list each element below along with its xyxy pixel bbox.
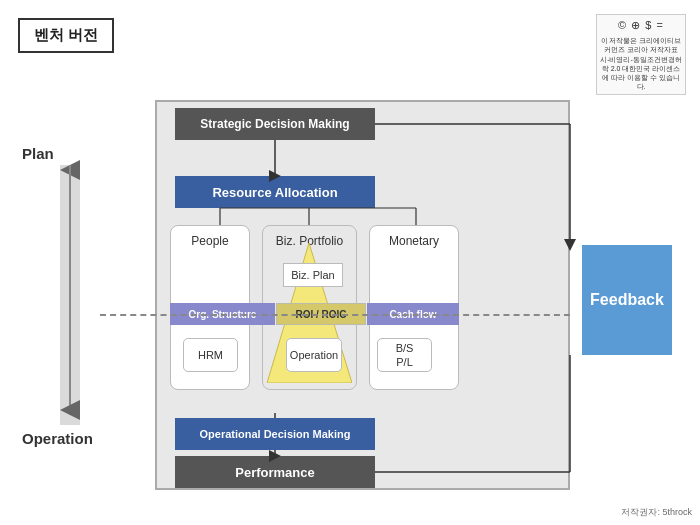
cc-text: 이 저작물은 크리에이티브 커먼즈 코리아 저작자표시-비영리-동일조건변경허락…: [600, 36, 682, 91]
dashed-divider-line: [100, 314, 570, 316]
title-badge: 벤처 버전: [18, 18, 114, 53]
bs-pl-box: B/S P/L: [377, 338, 432, 372]
performance-box: Performance: [175, 456, 375, 488]
bs-pl-label: B/S P/L: [396, 341, 414, 370]
cc-icons: © ⊕ $ =: [600, 18, 682, 33]
plan-operation-arrow: [55, 155, 85, 425]
hrm-box: HRM: [183, 338, 238, 372]
biz-plan-box: Biz. Plan: [283, 263, 343, 287]
operation-label: Operation: [22, 430, 93, 447]
feedback-box: Feedback: [582, 245, 672, 355]
strategic-decision-making-box: Strategic Decision Making: [175, 108, 375, 140]
cc-badge: © ⊕ $ = 이 저작물은 크리에이티브 커먼즈 코리아 저작자표시-비영리-…: [596, 14, 686, 95]
resource-allocation-box: Resource Allocation: [175, 176, 375, 208]
plan-label: Plan: [22, 145, 54, 162]
copyright-label: 저작권자: 5throck: [621, 506, 692, 519]
operational-decision-making-box: Operational Decision Making: [175, 418, 375, 450]
operation-box: Operation: [286, 338, 342, 372]
